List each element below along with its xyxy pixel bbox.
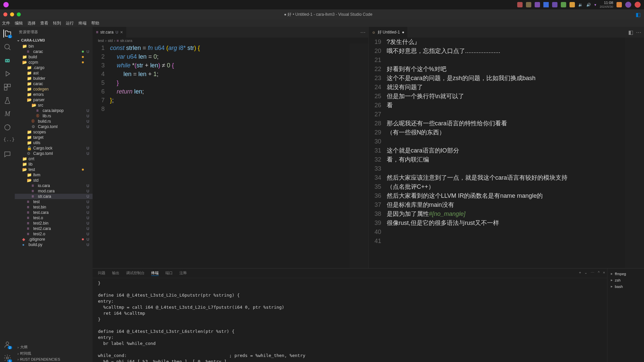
tree-item-io.cara[interactable]: ≡io.caraU (15, 183, 93, 188)
app-menubar[interactable]: /*populated*/ 文件编辑选择查看转到运行终端帮助 (0, 19, 644, 27)
close-icon[interactable]: × (120, 29, 123, 35)
tree-item-test.o[interactable]: ≡test.oU (15, 215, 93, 221)
menu-帮助[interactable]: 帮助 (91, 20, 99, 26)
tree-item-target[interactable]: 📁target (15, 135, 93, 140)
volume-icon[interactable]: 🔉 (578, 3, 583, 7)
tray-icon[interactable] (635, 2, 641, 8)
tree-item-carac[interactable]: ≡caracU (15, 49, 93, 54)
panel-tab-注释[interactable]: 注释 (179, 270, 187, 276)
tree-item-Cargo.toml[interactable]: ⚙Cargo.tomlU (15, 151, 93, 156)
breadcrumb[interactable]: test std ≡ str.cara (93, 38, 368, 44)
more-icon[interactable]: ⋯ (360, 29, 366, 36)
tree-item-Cargo.lock[interactable]: 🔒Cargo.lockU (15, 145, 93, 151)
tree-item-crrt[interactable]: 📁crrt (15, 156, 93, 162)
location-icon[interactable]: ▾ (594, 3, 596, 7)
comment-icon[interactable] (3, 150, 11, 158)
tree-item-mod.cara[interactable]: ≡mod.caraU (15, 188, 93, 194)
maximize-panel-icon[interactable]: ^ (598, 270, 599, 275)
tree-item-ccpm[interactable]: 📂ccpm (15, 60, 93, 65)
tree-item-std[interactable]: 📂std (15, 178, 93, 183)
terminal-bash[interactable]: ▸bash (609, 283, 642, 290)
menu-文件[interactable]: 文件 (2, 20, 10, 26)
tree-item-cara.lalrpop[interactable]: ≡cara.lalrpopU (15, 108, 93, 113)
settings-gear-icon[interactable]: 1 (3, 354, 11, 362)
tree-item-errors[interactable]: 📁errors (15, 92, 93, 97)
terminal-ffmpeg[interactable]: ▸ffmpeg (609, 270, 642, 277)
account-icon[interactable]: 2 (3, 341, 11, 349)
code-editor-left[interactable]: 12345678 const strlen = fn u64 (arg i8* … (93, 44, 368, 268)
panel-tab-终端[interactable]: 终端 (151, 270, 159, 276)
terminal-output[interactable]: } define i64 @_L4test_L3std_L2io_L6putst… (93, 278, 607, 362)
more-icon[interactable]: ⋯ (636, 29, 641, 36)
sidebar-section-rust-deps[interactable]: ›RUST DEPENDENCIES (15, 357, 93, 362)
menu-编辑[interactable]: 编辑 (15, 20, 23, 26)
tree-item-builder[interactable]: 📁builder (15, 76, 93, 81)
robot-icon[interactable] (3, 56, 11, 64)
tray-icon[interactable] (625, 2, 631, 8)
project-root[interactable]: ⌄ CARA-LLVM3 (15, 37, 93, 43)
tree-item-build[interactable]: 📁build (15, 54, 93, 60)
menu-查看[interactable]: 查看 (40, 20, 48, 26)
panel-tab-输出[interactable]: 输出 (112, 270, 119, 276)
tree-item-scopes[interactable]: 📁scopes (15, 129, 93, 135)
tree-item-test[interactable]: 📂test (15, 167, 93, 172)
chevron-down-icon[interactable]: ⌄ (584, 270, 587, 275)
tree-item-test.bin[interactable]: ≡test.binU (15, 204, 93, 210)
extensions-icon[interactable] (3, 83, 11, 91)
explorer-icon[interactable]: 1 (3, 29, 11, 38)
os-logo-icon[interactable] (3, 2, 9, 7)
tree-item-.gitignore[interactable]: ◆.gitignoreU (15, 237, 93, 242)
tree-item-Cargo.toml[interactable]: ⚙Cargo.tomlU (15, 124, 93, 129)
monitor-icon[interactable]: M (3, 110, 11, 118)
tray-icon[interactable] (570, 2, 575, 7)
tree-item-test2.bin[interactable]: ≡test2.binU (15, 221, 93, 226)
tree-item-codegen[interactable]: 📁codegen (15, 86, 93, 92)
tree-item-parser[interactable]: 📂parser (15, 97, 93, 103)
split-icon[interactable]: ◧ (628, 29, 633, 36)
menu-选择[interactable]: 选择 (28, 20, 36, 26)
sidebar-section-timeline[interactable]: ›时间线 (15, 350, 93, 357)
tree-item-src[interactable]: 📂src (15, 103, 93, 108)
tray-icon[interactable] (517, 2, 523, 7)
tray-icon[interactable] (543, 2, 549, 7)
terminal-zsh[interactable]: ▸zsh (609, 277, 642, 283)
tree-item-utils[interactable]: 📁utils (15, 140, 93, 145)
tray-icon[interactable] (561, 2, 566, 7)
code-editor-right[interactable]: 1920212223242526272829303132333435363738… (369, 38, 644, 268)
panel-tab-问题[interactable]: 问题 (98, 270, 105, 276)
tree-item-lib[interactable]: 📁lib (15, 162, 93, 167)
tree-item-.cargo[interactable]: 📁.cargo (15, 65, 93, 70)
debug-icon[interactable] (3, 70, 11, 78)
tree-item-build.rs[interactable]: ®build.rsU (15, 119, 93, 124)
tree-item-str.cara[interactable]: ≡str.caraU (15, 194, 93, 199)
tree-item-lib.rs[interactable]: ®lib.rsU (15, 113, 93, 119)
window-controls[interactable] (3, 12, 21, 16)
menu-终端[interactable]: 终端 (78, 20, 87, 26)
tree-item-test2.o[interactable]: ≡test2.oU (15, 231, 93, 237)
minimap[interactable] (350, 44, 368, 268)
volume-icon[interactable]: 🔊 (586, 3, 591, 7)
more-icon[interactable]: ⋯ (591, 270, 594, 275)
panel-tab-端口[interactable]: 端口 (165, 270, 173, 276)
flask-icon[interactable] (3, 97, 11, 105)
tray-icon[interactable] (526, 2, 531, 7)
tree-item-test.cara[interactable]: ≡test.caraU (15, 210, 93, 215)
tray-icon[interactable] (535, 2, 540, 7)
tree-item-test[interactable]: ≡testU (15, 199, 93, 204)
tree-item-bin[interactable]: 📁bin (15, 44, 93, 49)
menu-运行[interactable]: 运行 (66, 20, 74, 26)
new-terminal-icon[interactable]: + (579, 270, 581, 275)
layout-icon[interactable]: ◧ (636, 11, 641, 18)
menu-转到[interactable]: 转到 (53, 20, 61, 26)
tree-item-carac[interactable]: 📁carac (15, 81, 93, 86)
tray-icon[interactable] (552, 2, 557, 7)
tree-item-test2.cara[interactable]: ≡test2.caraU (15, 226, 93, 231)
close-panel-icon[interactable]: × (603, 270, 605, 275)
tab-untitled[interactable]: ☼ 好 Untitled-1 ● (369, 27, 408, 38)
search-icon[interactable] (3, 43, 11, 51)
tree-item-build.py[interactable]: ●build.pyU (15, 242, 93, 247)
ai-icon[interactable] (3, 123, 11, 131)
sidebar-section-outline[interactable]: ›大纲 (15, 344, 93, 350)
tab-str-cara[interactable]: ≡ str.cara U × (93, 27, 127, 38)
tree-item-llvm[interactable]: 📁llvm (15, 172, 93, 178)
